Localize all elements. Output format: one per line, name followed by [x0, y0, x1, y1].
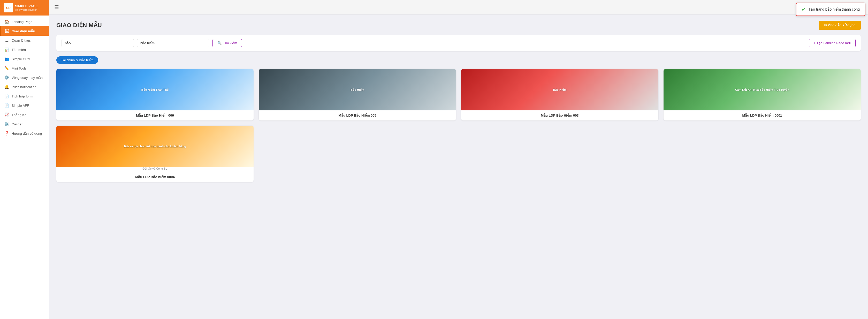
- ten-mien-icon: 📊: [4, 47, 9, 52]
- toast-notification: ✔ Tạo trang bảo hiểm thành công: [796, 3, 865, 16]
- sidebar-item-huong-dan[interactable]: ❓ Hướng dẫn sử dụng: [0, 129, 49, 138]
- sidebar-label-quan-ly-tags: Quản lý tags: [12, 38, 31, 42]
- sidebar-label-vong-quay: Vòng quay may mắn: [12, 76, 43, 79]
- tao-landing-button[interactable]: + Tạo Landing Page mới: [809, 39, 856, 47]
- search-input-right[interactable]: [137, 39, 209, 47]
- sidebar-label-ten-mien: Tên miền: [12, 48, 26, 52]
- sidebar-item-simple-aff[interactable]: 📄 Simple AFF: [0, 101, 49, 110]
- toast-check-icon: ✔: [802, 6, 806, 12]
- templates-row2: Đưa ra lựa chọn tốt hơn dành cho khách h…: [56, 126, 861, 182]
- push-notification-icon: 🔔: [4, 85, 9, 89]
- tmpl-text-mau-003: Bảo Hiểm: [551, 87, 569, 93]
- template-sublabel-mau-0004: Đối tác và Công Sự: [56, 167, 254, 172]
- tmpl-text-mau-006: Bảo Hiểm Thân Thể: [139, 87, 170, 93]
- sidebar-label-simple-crm: Simple CRM: [12, 57, 31, 61]
- quan-ly-tags-icon: ☰: [4, 38, 9, 43]
- template-card-mau-0001[interactable]: Cam Kết Khi Mua Bảo Hiểm Trực Tuyến Mẫu …: [663, 69, 861, 121]
- sidebar-logo: SP SIMPLE PAGE Free Website Builder: [0, 0, 49, 15]
- template-img-mau-006: Bảo Hiểm Thân Thể: [56, 69, 254, 110]
- sidebar-label-landing-page: Landing Page: [12, 20, 32, 24]
- sidebar-menu: 🏠 Landing Page 🖼 Giao diện mẫu ☰ Quản lý…: [0, 15, 49, 319]
- template-label-mau-003: Mẫu LDP Bảo Hiểm 003: [461, 110, 658, 121]
- search-input-left[interactable]: [62, 39, 134, 47]
- sidebar-item-thong-ke[interactable]: 📈 Thống Kê: [0, 110, 49, 120]
- simple-aff-icon: 📄: [4, 103, 9, 108]
- sidebar-label-push-notification: Push notification: [12, 85, 36, 89]
- giao-dien-mau-icon: 🖼: [4, 29, 9, 33]
- content-header: GIAO DIỆN MẪU Hướng dẫn sử dụng: [56, 21, 861, 30]
- sidebar-item-landing-page[interactable]: 🏠 Landing Page: [0, 17, 49, 26]
- cai-dat-icon: ⚙️: [4, 122, 9, 126]
- sidebar-label-thong-ke: Thống Kê: [12, 113, 26, 117]
- mini-tools-icon: ✏️: [4, 66, 9, 71]
- template-label-mau-0004: Mẫu LDP Bảo hiểm 0004: [56, 172, 254, 182]
- tim-kiem-label: Tìm kiếm: [223, 41, 237, 45]
- tich-hop-form-icon: 📄: [4, 94, 9, 98]
- brand-tagline: Free Website Builder: [15, 8, 38, 12]
- template-label-mau-006: Mẫu LDP Bảo Hiểm 006: [56, 110, 254, 121]
- sidebar-item-vong-quay[interactable]: ⚙️ Vòng quay may mắn: [0, 73, 49, 82]
- sidebar-label-mini-tools: Mini Tools: [12, 66, 27, 70]
- sidebar-item-ten-mien[interactable]: 📊 Tên miền: [0, 45, 49, 54]
- hamburger-icon[interactable]: ☰: [54, 4, 59, 10]
- huong-dan-icon: ❓: [4, 131, 9, 136]
- page-title: GIAO DIỆN MẪU: [56, 22, 102, 29]
- content-area: GIAO DIỆN MẪU Hướng dẫn sử dụng 🔍 Tìm ki…: [49, 14, 868, 319]
- sidebar-label-giao-dien-mau: Giao diện mẫu: [12, 29, 35, 33]
- template-card-mau-006[interactable]: Bảo Hiểm Thân Thể Mẫu LDP Bảo Hiểm 006: [56, 69, 254, 121]
- tmpl-text-mau-0001: Cam Kết Khi Mua Bảo Hiểm Trực Tuyến: [733, 87, 791, 93]
- template-img-mau-0001: Cam Kết Khi Mua Bảo Hiểm Trực Tuyến: [663, 69, 861, 110]
- sidebar: SP SIMPLE PAGE Free Website Builder 🏠 La…: [0, 0, 49, 319]
- template-label-mau-0001: Mẫu LDP Bảo Hiểm 0001: [663, 110, 861, 121]
- thong-ke-icon: 📈: [4, 113, 9, 117]
- template-card-mau-0004[interactable]: Đưa ra lựa chọn tốt hơn dành cho khách h…: [56, 126, 254, 182]
- huong-dan-button[interactable]: Hướng dẫn sử dụng: [818, 21, 861, 30]
- template-card-mau-003[interactable]: Bảo Hiểm Mẫu LDP Bảo Hiểm 003: [461, 69, 658, 121]
- search-icon: 🔍: [217, 41, 221, 45]
- sidebar-item-simple-crm[interactable]: 👥 Simple CRM: [0, 54, 49, 64]
- brand-name: SIMPLE PAGE: [15, 4, 38, 8]
- template-img-mau-005: Bảo Hiểm: [259, 69, 456, 110]
- sidebar-label-tich-hop-form: Tích hợp form: [12, 94, 33, 98]
- topbar: ☰ NÂNG CẤP: [49, 0, 868, 14]
- sidebar-item-cai-dat[interactable]: ⚙️ Cài đặt: [0, 120, 49, 129]
- sidebar-label-huong-dan: Hướng dẫn sử dụng: [12, 132, 42, 135]
- logo-icon: SP: [4, 3, 13, 12]
- templates-grid: Bảo Hiểm Thân Thể Mẫu LDP Bảo Hiểm 006 B…: [56, 69, 861, 121]
- template-img-mau-0004: Đưa ra lựa chọn tốt hơn dành cho khách h…: [56, 126, 254, 167]
- sidebar-label-simple-aff: Simple AFF: [12, 104, 29, 107]
- sidebar-item-push-notification[interactable]: 🔔 Push notification: [0, 82, 49, 92]
- search-bar: 🔍 Tìm kiếm + Tạo Landing Page mới: [56, 35, 861, 51]
- vong-quay-icon: ⚙️: [4, 75, 9, 80]
- template-label-mau-005: Mẫu LDP Bảo Hiểm 005: [259, 110, 456, 121]
- sidebar-item-quan-ly-tags[interactable]: ☰ Quản lý tags: [0, 36, 49, 45]
- tmpl-text-mau-005: Bảo Hiểm: [348, 87, 366, 93]
- sidebar-label-cai-dat: Cài đặt: [12, 122, 23, 126]
- category-tag[interactable]: Tài chính & Bảo hiểm: [56, 56, 98, 64]
- main-area: ☰ NÂNG CẤP GIAO DIỆN MẪU Hướng dẫn sử dụ…: [49, 0, 868, 319]
- template-img-mau-003: Bảo Hiểm: [461, 69, 658, 110]
- toast-message: Tạo trang bảo hiểm thành công: [809, 7, 860, 11]
- landing-page-icon: 🏠: [4, 20, 9, 24]
- tim-kiem-button[interactable]: 🔍 Tìm kiếm: [213, 39, 242, 47]
- sidebar-item-giao-dien-mau[interactable]: 🖼 Giao diện mẫu: [0, 26, 49, 36]
- template-card-mau-005[interactable]: Bảo Hiểm Mẫu LDP Bảo Hiểm 005: [259, 69, 456, 121]
- tmpl-text-mau-0004: Đưa ra lựa chọn tốt hơn dành cho khách h…: [122, 144, 188, 149]
- simple-crm-icon: 👥: [4, 57, 9, 61]
- sidebar-item-tich-hop-form[interactable]: 📄 Tích hợp form: [0, 92, 49, 101]
- sidebar-item-mini-tools[interactable]: ✏️ Mini Tools: [0, 64, 49, 73]
